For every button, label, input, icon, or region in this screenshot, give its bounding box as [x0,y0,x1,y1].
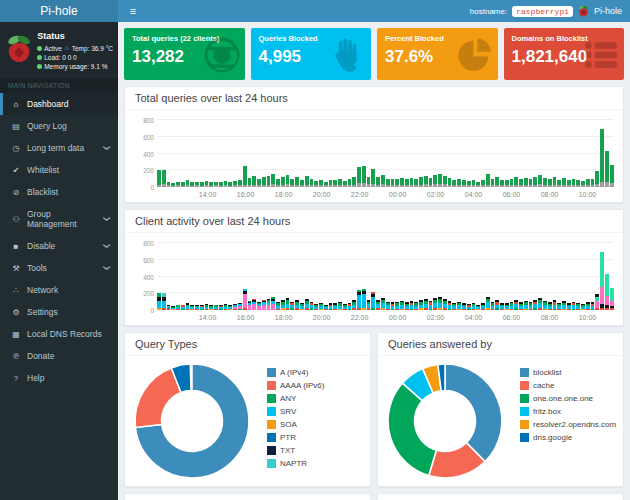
queries-blocked-card[interactable]: Queries Blocked 4,995 [251,28,372,80]
chart-bar[interactable] [262,120,266,187]
chart-bar[interactable] [557,243,561,310]
chart-bar[interactable] [162,120,166,187]
chart-bar[interactable] [419,243,423,310]
sidebar-item-tools[interactable]: ⚒Tools❯ [0,257,118,279]
chart-bar[interactable] [557,120,561,187]
chart-bar[interactable] [457,120,461,187]
chart-bar[interactable] [429,243,433,310]
chart-bar[interactable] [391,120,395,187]
chart-bar[interactable] [362,120,366,187]
chart-bar[interactable] [600,120,604,187]
query-types-donut-chart[interactable] [131,360,253,482]
chart-bar[interactable] [376,120,380,187]
chart-bar[interactable] [367,120,371,187]
chart-bar[interactable] [410,120,414,187]
chart-bar[interactable] [495,243,499,310]
legend-item[interactable]: SOA [267,420,324,429]
chart-bar[interactable] [324,243,328,310]
chart-bar[interactable] [205,243,209,310]
chart-bar[interactable] [224,243,228,310]
chart-bar[interactable] [567,243,571,310]
chart-bar[interactable] [505,120,509,187]
chart-bar[interactable] [267,243,271,310]
chart-bar[interactable] [500,120,504,187]
chart-bar[interactable] [519,243,523,310]
chart-bar[interactable] [519,120,523,187]
chart-bar[interactable] [553,243,557,310]
legend-item[interactable]: A (IPv4) [267,368,324,377]
chart-bar[interactable] [576,120,580,187]
chart-bar[interactable] [391,243,395,310]
chart-bar[interactable] [233,243,237,310]
chart-bar[interactable] [243,120,247,187]
chart-bar[interactable] [305,120,309,187]
chart-bar[interactable] [219,120,223,187]
chart-bar[interactable] [448,243,452,310]
chart-bar[interactable] [176,120,180,187]
chart-bar[interactable] [524,243,528,310]
chart-bar[interactable] [543,120,547,187]
chart-bar[interactable] [276,120,280,187]
sidebar-item-network[interactable]: ∴Network [0,279,118,301]
sidebar-item-query-log[interactable]: ▤Query Log [0,115,118,137]
chart-bar[interactable] [286,120,290,187]
chart-bar[interactable] [510,120,514,187]
chart-bar[interactable] [248,120,252,187]
chart-bar[interactable] [281,120,285,187]
chart-bar[interactable] [472,243,476,310]
chart-bar[interactable] [605,243,609,310]
chart-bar[interactable] [300,243,304,310]
chart-bar[interactable] [195,243,199,310]
chart-bar[interactable] [467,243,471,310]
chart-bar[interactable] [167,243,171,310]
chart-bar[interactable] [567,120,571,187]
chart-bar[interactable] [295,120,299,187]
chart-bar[interactable] [186,120,190,187]
chart-bar[interactable] [529,120,533,187]
chart-bar[interactable] [224,120,228,187]
chart-bar[interactable] [595,120,599,187]
chart-bar[interactable] [562,243,566,310]
legend-item[interactable]: ANY [267,394,324,403]
legend-item[interactable]: one.one.one.one [520,394,616,403]
chart-bar[interactable] [448,120,452,187]
chart-bar[interactable] [581,243,585,310]
chart-bar[interactable] [476,120,480,187]
chart-bar[interactable] [290,243,294,310]
sidebar-item-long-term-data[interactable]: ◷Long term data❯ [0,137,118,159]
chart-bar[interactable] [610,120,614,187]
chart-bar[interactable] [386,120,390,187]
client-activity-chart[interactable]: 020040060080014:0016:0018:0020:0022:0000… [133,239,615,323]
sidebar-toggle-icon[interactable]: ≡ [118,0,148,22]
chart-bar[interactable] [424,120,428,187]
domains-blocklist-card[interactable]: Domains on Blocklist 1,821,640 [504,28,625,80]
chart-bar[interactable] [262,243,266,310]
chart-bar[interactable] [271,120,275,187]
chart-bar[interactable] [190,243,194,310]
chart-bar[interactable] [181,120,185,187]
chart-bar[interactable] [581,120,585,187]
donut-slice-one-one-one-one[interactable] [388,383,436,475]
chart-bar[interactable] [405,243,409,310]
chart-bar[interactable] [424,243,428,310]
chart-bar[interactable] [586,120,590,187]
legend-item[interactable]: fritz.box [520,407,616,416]
chart-bar[interactable] [443,120,447,187]
chart-bar[interactable] [376,243,380,310]
chart-bar[interactable] [319,120,323,187]
chart-bar[interactable] [553,120,557,187]
queries-answered-donut-chart[interactable] [384,360,506,482]
legend-item[interactable]: SRV [267,407,324,416]
chart-bar[interactable] [214,243,218,310]
chart-bar[interactable] [395,243,399,310]
chart-bar[interactable] [591,243,595,310]
chart-bar[interactable] [329,243,333,310]
sidebar-item-group-management[interactable]: ⚇Group Management❯ [0,203,118,235]
chart-bar[interactable] [238,243,242,310]
chart-bar[interactable] [157,243,161,310]
legend-item[interactable]: NAPTR [267,459,324,468]
legend-item[interactable]: cache [520,381,616,390]
chart-bar[interactable] [381,120,385,187]
chart-bar[interactable] [381,243,385,310]
chart-bar[interactable] [543,243,547,310]
